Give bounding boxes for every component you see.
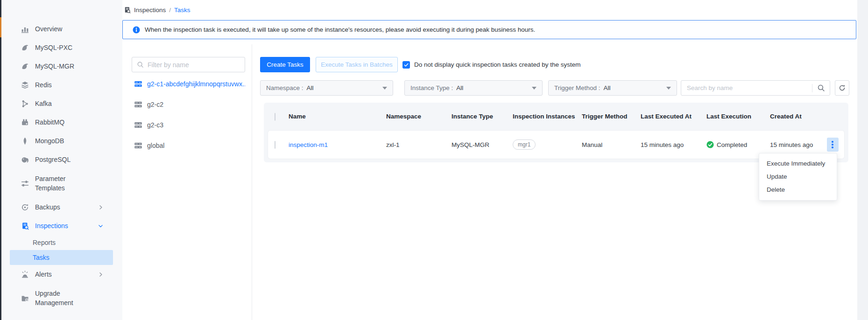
cell-last-execution: Completed bbox=[703, 141, 766, 148]
cell-last-executed-at: 15 minutes ago bbox=[637, 141, 703, 148]
cell-trigger-method: Manual bbox=[578, 141, 637, 148]
select-all-checkbox[interactable] bbox=[268, 113, 285, 120]
cell-instance-type: MySQL-MGR bbox=[448, 141, 509, 148]
table-row: inspection-m1 zxl-1 MySQL-MGR mgr1 Manua… bbox=[268, 131, 844, 159]
dropdown-value: All bbox=[604, 84, 611, 91]
column-header-created-at: Created At bbox=[766, 112, 821, 121]
column-header-instance-type: Instance Type bbox=[448, 112, 509, 121]
sidebar-item-rabbitmq[interactable]: RabbitMQ bbox=[1, 113, 122, 132]
column-header-last-executed-at: Last Executed At bbox=[637, 112, 703, 121]
search-box bbox=[681, 80, 830, 96]
sidebar-item-mysql-pxc[interactable]: MySQL-PXC bbox=[1, 38, 122, 57]
breadcrumb-current[interactable]: Tasks bbox=[174, 7, 191, 14]
column-header-inspection-instances: Inspection Instances bbox=[509, 112, 578, 121]
cluster-item-global[interactable]: global bbox=[122, 135, 252, 156]
row-checkbox[interactable] bbox=[268, 141, 285, 148]
chevron-down-icon bbox=[98, 223, 104, 229]
sidebar-item-label: MongoDB bbox=[35, 137, 64, 145]
server-icon bbox=[134, 141, 142, 150]
checkbox-label: Do not display quick inspection tasks cr… bbox=[414, 61, 580, 68]
sidebar-item-label: Overview bbox=[35, 25, 62, 33]
sidebar-item-label: Upgrade Management bbox=[35, 289, 93, 308]
layers-icon bbox=[21, 81, 29, 89]
sidebar-item-mysql-mgr[interactable]: MySQL-MGR bbox=[1, 57, 122, 76]
trigger-method-dropdown[interactable]: Trigger Method : All bbox=[548, 80, 677, 96]
cluster-item-label: g2-c3 bbox=[147, 121, 163, 129]
sidebar-item-label: MySQL-MGR bbox=[35, 63, 74, 70]
sidebar-item-alerts[interactable]: Alerts bbox=[1, 265, 122, 284]
create-tasks-button[interactable]: Create Tasks bbox=[260, 57, 310, 72]
chevron-right-icon bbox=[98, 271, 104, 278]
sidebar-item-label: Reports bbox=[33, 239, 56, 246]
breadcrumb-section[interactable]: Inspections bbox=[134, 7, 166, 14]
sidebar-item-kafka[interactable]: Kafka bbox=[1, 94, 122, 113]
page-scrollbar-track[interactable] bbox=[857, 0, 868, 320]
sidebar-item-postgresql[interactable]: PostgreSQL bbox=[1, 150, 122, 169]
sidebar-item-mongodb[interactable]: MongoDB bbox=[1, 132, 122, 150]
sidebar-item-backups[interactable]: Backups bbox=[1, 198, 122, 216]
sliders-icon bbox=[21, 180, 29, 188]
search-icon bbox=[137, 61, 144, 68]
sidebar-item-redis[interactable]: Redis bbox=[1, 76, 122, 94]
dropdown-label: Instance Type : bbox=[410, 84, 453, 91]
execute-tasks-in-batches-button[interactable]: Execute Tasks in Batches bbox=[316, 57, 398, 72]
folder-gear-icon bbox=[21, 294, 29, 302]
task-name-link[interactable]: inspection-m1 bbox=[289, 141, 328, 148]
cluster-item-g2-c3[interactable]: g2-c3 bbox=[122, 115, 252, 135]
menu-item-update[interactable]: Update bbox=[759, 170, 837, 183]
cluster-item-g2-c2[interactable]: g2-c2 bbox=[122, 94, 252, 115]
cluster-list: g2-c1-abcdefghijklmnopqrstuvwx... g2-c2 … bbox=[122, 74, 252, 156]
info-icon bbox=[133, 26, 140, 34]
elephant-icon bbox=[21, 156, 29, 164]
search-input[interactable] bbox=[687, 84, 812, 91]
menu-item-delete[interactable]: Delete bbox=[759, 183, 837, 196]
sidebar-item-label: Parameter Templates bbox=[35, 174, 93, 193]
server-icon bbox=[134, 80, 142, 88]
sidebar-item-label: PostgreSQL bbox=[35, 156, 71, 163]
sidebar-item-label: Backups bbox=[35, 203, 60, 211]
row-actions-menu: Execute Immediately Update Delete bbox=[759, 153, 837, 201]
alarm-icon bbox=[21, 271, 29, 278]
caret-down-icon bbox=[382, 87, 387, 90]
row-actions-button[interactable] bbox=[827, 138, 839, 152]
server-icon bbox=[134, 100, 142, 109]
column-header-name: Name bbox=[285, 112, 382, 121]
menu-item-execute-immediately[interactable]: Execute Immediately bbox=[759, 157, 837, 170]
server-icon bbox=[134, 121, 142, 129]
checkbox-checked-icon[interactable] bbox=[402, 61, 410, 69]
cluster-item-label: g2-c2 bbox=[147, 101, 163, 108]
status-badge: Completed bbox=[717, 141, 747, 148]
dolphin-icon bbox=[21, 63, 29, 70]
sidebar-item-parameter-templates[interactable]: Parameter Templates bbox=[1, 169, 122, 198]
info-banner: When the inspection task is executed, it… bbox=[122, 20, 856, 39]
table-header-row: Name Namespace Instance Type Inspection … bbox=[264, 103, 848, 131]
namespace-dropdown[interactable]: Namespace : All bbox=[260, 80, 393, 96]
column-header-namespace: Namespace bbox=[382, 112, 448, 121]
cluster-item-g2-c1[interactable]: g2-c1-abcdefghijklmnopqrstuvwx... bbox=[122, 74, 252, 94]
sidebar-item-label: MySQL-PXC bbox=[35, 44, 72, 51]
sidebar-item-inspections[interactable]: Inspections bbox=[1, 216, 122, 235]
network-icon bbox=[21, 100, 29, 108]
caret-down-icon bbox=[666, 87, 671, 90]
breadcrumb-separator: / bbox=[169, 7, 171, 14]
dropdown-label: Namespace : bbox=[266, 84, 303, 91]
column-header-trigger-method: Trigger Method bbox=[578, 112, 637, 121]
sidebar-subitem-tasks[interactable]: Tasks bbox=[10, 250, 113, 265]
sidebar-subitem-reports[interactable]: Reports bbox=[1, 235, 122, 250]
bar-chart-icon bbox=[21, 25, 29, 33]
breadcrumb: Inspections / Tasks bbox=[124, 4, 191, 16]
backup-icon bbox=[21, 203, 29, 211]
sidebar-item-label: Redis bbox=[35, 81, 52, 89]
refresh-icon bbox=[839, 84, 846, 91]
sidebar-item-upgrade-management[interactable]: Upgrade Management bbox=[1, 284, 122, 313]
cluster-filter-input[interactable] bbox=[148, 61, 240, 69]
column-header-last-execution: Last Execution bbox=[703, 112, 766, 121]
instance-type-dropdown[interactable]: Instance Type : All bbox=[404, 80, 543, 96]
chevron-right-icon bbox=[98, 204, 104, 210]
search-icon[interactable] bbox=[812, 84, 830, 92]
sidebar: Overview MySQL-PXC MySQL-MGR Redis Kafka bbox=[1, 0, 122, 320]
hide-system-tasks-checkbox-row[interactable]: Do not display quick inspection tasks cr… bbox=[402, 57, 580, 72]
sidebar-item-overview[interactable]: Overview bbox=[1, 20, 122, 38]
refresh-button[interactable] bbox=[835, 80, 849, 96]
cluster-filter-box bbox=[132, 57, 245, 72]
